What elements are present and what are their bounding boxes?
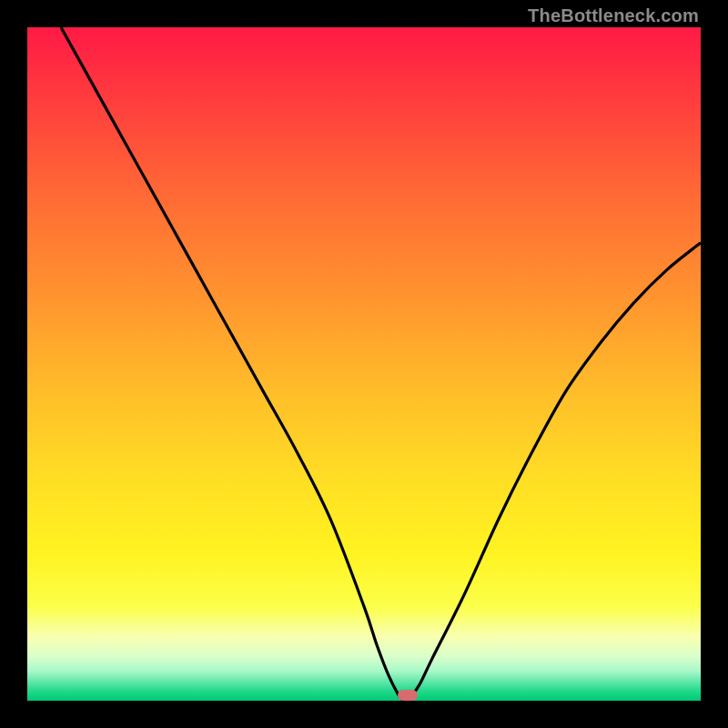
chart-frame: TheBottleneck.com	[0, 0, 728, 728]
plot-area	[27, 27, 701, 701]
optimum-marker	[398, 690, 418, 701]
watermark-text: TheBottleneck.com	[528, 5, 699, 26]
bottleneck-curve	[27, 27, 701, 701]
